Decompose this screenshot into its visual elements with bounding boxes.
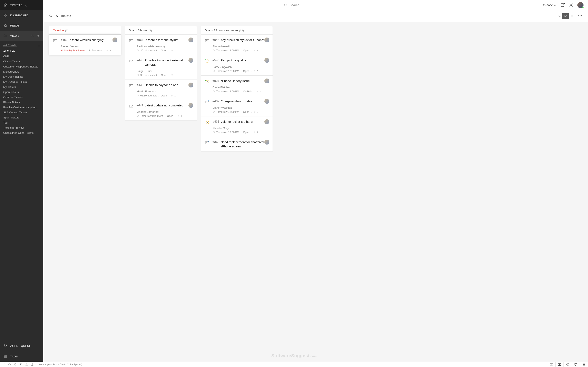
ticket-card[interactable]: #563 Is there a zPhone stylus?Pavithra K…	[125, 35, 197, 55]
collapse-icon[interactable]	[2, 363, 5, 366]
view-list-item[interactable]: All Tickets	[3, 49, 40, 54]
list-view-button[interactable]	[569, 13, 575, 19]
view-list-item[interactable]: Unassigned Open Tickets	[3, 130, 40, 135]
sidebar-item-dashboard[interactable]: DASHBOARD	[0, 10, 43, 20]
compose-icon	[3, 3, 7, 7]
view-list-item[interactable]: My Tickets	[3, 84, 40, 90]
assignee-avatar[interactable]	[112, 38, 117, 42]
column-header[interactable]: Due in 12 hours and more (12)	[201, 26, 273, 35]
assignee-avatar[interactable]	[264, 119, 269, 124]
user-avatar[interactable]	[577, 2, 584, 8]
ticket-status: On Hold	[243, 90, 252, 93]
headset-icon[interactable]	[8, 363, 11, 366]
search-input[interactable]	[290, 3, 308, 7]
ticket-time: Tomorrow 12:00 PM	[213, 49, 239, 52]
ticket-card[interactable]: #437 Charge-and-sync cableEsther Wozniak…	[201, 96, 273, 116]
svg-rect-43	[550, 364, 553, 365]
thread-count: 3	[253, 111, 258, 113]
global-search[interactable]	[53, 0, 539, 10]
svg-rect-25	[130, 105, 133, 108]
view-list-item[interactable]: Open Tickets	[3, 90, 40, 95]
smart-chat-hint[interactable]: Here is your Smart Chat ( Ctrl + Space )	[36, 363, 547, 366]
ticket-id: #438	[213, 120, 219, 123]
view-list-item[interactable]: Closed Tickets	[3, 59, 40, 64]
search-icon	[284, 3, 287, 7]
new-ticket-button[interactable]	[43, 0, 53, 10]
assignee-avatar[interactable]	[264, 38, 269, 42]
view-list-item[interactable]: Spam Tickets	[3, 115, 40, 120]
ticket-card[interactable]: #441 Latest update not completedVincent …	[125, 100, 197, 120]
assignee-avatar[interactable]	[264, 99, 269, 104]
person-icon[interactable]	[31, 363, 34, 366]
ticket-card[interactable]: #543 Reg picture qualityBarry Zingovich …	[201, 55, 273, 75]
view-list-item[interactable]: SLA Violated Tickets	[3, 110, 40, 115]
ticket-time: 35 minutes left	[137, 74, 157, 77]
comment-icon[interactable]	[572, 362, 580, 367]
kanban-column: Overdue (1)#450 Is there wireless chargi…	[49, 26, 121, 55]
channel-icon	[205, 99, 210, 113]
svg-point-41	[27, 364, 27, 364]
column-count: (1)	[65, 29, 68, 32]
search-icon[interactable]	[31, 34, 34, 37]
ticket-card[interactable]: #439 Unable to pay for an appMartin Free…	[125, 80, 197, 100]
view-list-item[interactable]: Missed Chats	[3, 69, 40, 74]
column-header[interactable]: Due in 6 hours (4)	[125, 26, 197, 35]
more-icon[interactable]	[578, 13, 582, 19]
assignee-avatar[interactable]	[264, 78, 269, 83]
svg-rect-2	[6, 14, 7, 15]
keyboard-icon[interactable]	[547, 362, 555, 367]
view-list-item[interactable]: Phone Tickets	[3, 100, 40, 105]
ticket-card[interactable]: #349 Need replacement for shattered zPho…	[201, 137, 273, 151]
view-dropdown[interactable]	[558, 13, 562, 19]
ticket-meta: 01:30 hour left.Open.1	[137, 94, 193, 97]
sidebar-item-feeds[interactable]: FEEDS	[0, 20, 43, 31]
svg-rect-33	[205, 101, 209, 103]
sidebar-item-agent-queue[interactable]: AGENT QUEUE	[0, 341, 43, 351]
ticket-meta: late by 24 minutes.In Progress.5	[61, 49, 117, 52]
ticket-card[interactable]: #438 Volume rocker too hard!Phoebe Grey …	[201, 116, 273, 137]
all-views-header[interactable]: ALL VIEWS	[3, 44, 17, 47]
plus-icon[interactable]	[37, 34, 40, 37]
view-list-item[interactable]: Tickets for review	[3, 125, 40, 130]
portal-switcher[interactable]: zPhone	[543, 3, 556, 7]
assignee-avatar[interactable]	[189, 38, 193, 42]
ticket-subject: zPhone Battery Issue	[221, 79, 250, 83]
assignee-avatar[interactable]	[189, 103, 193, 108]
channel-icon	[205, 120, 210, 134]
svg-point-16	[580, 15, 580, 16]
view-list-item[interactable]: CHR	[3, 54, 40, 59]
ticket-card[interactable]: #544 Any precision stylus for zPhone?Sha…	[201, 35, 273, 55]
view-list-item[interactable]: Overdue Tickets	[3, 95, 40, 100]
module-label: TICKETS	[10, 4, 22, 7]
sidebar-item-tags[interactable]: TAGS	[0, 351, 43, 362]
ticket-requester: Vincent Camonetti	[137, 110, 193, 113]
star-icon[interactable]	[49, 14, 53, 18]
view-list-item[interactable]: Positive Customer Happine...	[3, 105, 40, 110]
channel-icon	[129, 103, 134, 117]
clock-icon[interactable]	[563, 362, 572, 367]
card-icon[interactable]	[555, 362, 563, 367]
kanban-view-button[interactable]	[562, 13, 569, 19]
module-switcher[interactable]: TICKETS	[0, 0, 43, 10]
notifications-icon[interactable]	[560, 3, 565, 7]
import-icon[interactable]	[580, 362, 588, 367]
svg-point-39	[21, 364, 21, 365]
ticket-time: Tomorrow 12:00 PM	[213, 90, 239, 93]
chat-bubble-icon[interactable]	[19, 363, 22, 366]
chevron-down-icon[interactable]	[38, 44, 40, 46]
view-list-item[interactable]: My Overdue Tickets	[3, 79, 40, 84]
view-list-item[interactable]: Customer Responded Tickets	[3, 64, 40, 69]
assignee-avatar[interactable]	[189, 83, 193, 87]
ticket-card[interactable]: #440 Possible to connect external camera…	[125, 55, 197, 80]
view-list-item[interactable]: Test	[3, 120, 40, 125]
column-header[interactable]: Overdue (1)	[49, 26, 121, 35]
gear-icon[interactable]	[569, 3, 573, 7]
ticket-subject: Need replacement for shattered zPhone sc…	[221, 140, 269, 149]
ticket-requester: Steven Jeeves	[61, 45, 117, 48]
bell-icon[interactable]	[13, 363, 17, 366]
ticket-card[interactable]: #527 zPhone Battery IssueCasie Fletcher …	[201, 75, 273, 96]
sidebar-item-views[interactable]: VIEWS	[0, 31, 43, 41]
contacts-icon[interactable]	[25, 363, 28, 366]
ticket-card[interactable]: #450 Is there wireless charging?Steven J…	[49, 34, 121, 55]
view-list-item[interactable]: My Open Tickets	[3, 74, 40, 79]
